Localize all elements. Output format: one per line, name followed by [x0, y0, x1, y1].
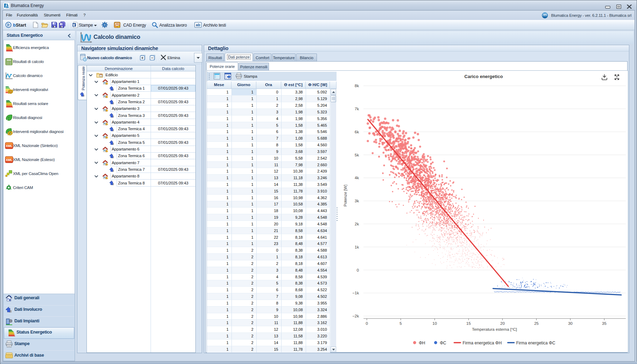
svg-text:Carico energetico: Carico energetico [464, 74, 503, 79]
svg-text:Potenze [W]: Potenze [W] [343, 185, 347, 207]
svg-text:30: 30 [568, 321, 573, 326]
svg-text:35: 35 [602, 321, 607, 326]
svg-text:5: 5 [400, 321, 402, 326]
svg-text:−2k: −2k [352, 314, 359, 318]
svg-text:0: 0 [357, 268, 359, 272]
svg-text:6k: 6k [355, 130, 359, 134]
svg-text:Firma energetica ΦC: Firma energetica ΦC [516, 341, 555, 345]
svg-text:3k: 3k [355, 199, 359, 203]
svg-text:15: 15 [466, 321, 471, 326]
svg-text:1k: 1k [355, 245, 359, 249]
svg-text:ab: ab [196, 23, 200, 27]
svg-text:Temperatura esterna [°C]: Temperatura esterna [°C] [472, 327, 517, 331]
svg-text:25: 25 [534, 321, 539, 326]
svg-text:0: 0 [366, 321, 368, 326]
svg-text:5k: 5k [355, 153, 359, 157]
svg-text:ΦH: ΦH [419, 341, 425, 345]
svg-text:4k: 4k [355, 176, 359, 180]
svg-text:Firma energetica ΦH: Firma energetica ΦH [463, 341, 502, 345]
svg-text:ΦC: ΦC [440, 341, 446, 345]
svg-text:8k: 8k [355, 84, 359, 88]
svg-text:XML: XML [6, 158, 13, 162]
svg-text:2k: 2k [355, 222, 359, 226]
svg-text:20: 20 [500, 321, 505, 326]
svg-text:7k: 7k [355, 107, 359, 111]
svg-text:10: 10 [432, 321, 437, 326]
svg-text:XML: XML [6, 144, 13, 148]
svg-text:−1k: −1k [352, 291, 359, 295]
